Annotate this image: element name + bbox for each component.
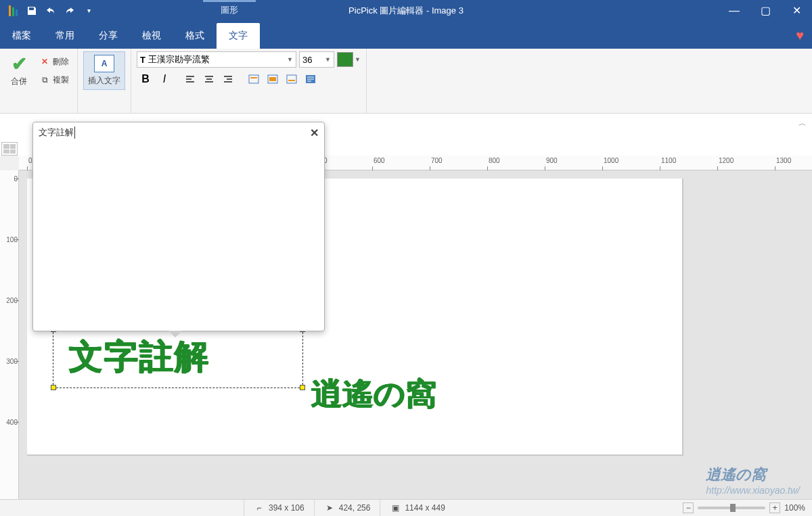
svg-rect-3 — [269, 77, 276, 81]
group-font: T 王漢宗勘亭流繁 ▼ 36 ▼ ▼ B I — [131, 49, 367, 113]
maximize-button[interactable]: ▢ — [750, 0, 781, 21]
thumbnail-grid-icon[interactable] — [1, 142, 18, 156]
zoom-thumb[interactable] — [730, 504, 736, 512]
group-actions: ✔ 合併 ✕ 刪除 ⧉ 複製 — [0, 49, 78, 113]
window-controls: — ▢ ✕ — [719, 0, 812, 21]
image-size-icon: ▣ — [390, 502, 401, 513]
zoom-controls: − + 100% — [683, 502, 812, 513]
text-box-style-2[interactable] — [264, 70, 281, 88]
vertical-ruler: 0100200300400 — [0, 170, 19, 499]
font-color-swatch[interactable] — [337, 52, 353, 67]
status-image-size: ▣ 1144 x 449 — [380, 500, 454, 516]
tab-format[interactable]: 格式 — [173, 23, 217, 49]
text-input-popup: 文字註解 ✕ — [32, 122, 325, 331]
svg-rect-4 — [287, 75, 296, 83]
italic-button[interactable]: I — [156, 70, 173, 88]
align-center-button[interactable] — [200, 70, 218, 88]
svg-rect-0 — [249, 75, 258, 83]
minimize-button[interactable]: — — [719, 0, 750, 21]
insert-text-icon: A — [94, 55, 114, 72]
check-icon: ✔ — [9, 54, 28, 73]
statusbar: ⌐ 394 x 106 ➤ 424, 256 ▣ 1144 x 449 − + … — [0, 499, 812, 516]
titlebar: ▾ 圖形 PicPick 圖片編輯器 - Image 3 — ▢ ✕ — [0, 0, 812, 21]
bold-button[interactable]: B — [137, 70, 154, 88]
chevron-down-icon: ▼ — [287, 56, 293, 63]
zoom-value: 100% — [784, 503, 805, 513]
redo-button[interactable] — [61, 2, 78, 20]
tab-home[interactable]: 常用 — [43, 23, 87, 49]
resize-handle-br[interactable] — [300, 385, 305, 390]
qat-more-button[interactable]: ▾ — [80, 2, 97, 20]
watermark: 逍遙の窩 http://www.xiaoyao.tw/ — [706, 465, 800, 496]
merge-label: 合併 — [11, 76, 27, 87]
align-right-button[interactable] — [219, 70, 237, 88]
svg-rect-1 — [250, 77, 257, 78]
tab-share[interactable]: 分享 — [87, 23, 130, 49]
delete-button[interactable]: ✕ 刪除 — [37, 55, 72, 69]
resize-handle-bl[interactable] — [51, 385, 56, 390]
copy-label: 複製 — [53, 74, 69, 86]
group-insert-text: A 插入文字 — [78, 49, 131, 113]
watermark-url: http://www.xiaoyao.tw/ — [706, 485, 800, 496]
status-spacer — [0, 500, 244, 516]
window-title: PicPick 圖片編輯器 - Image 3 — [348, 5, 464, 17]
ribbon-tabs: 檔案 常用 分享 檢視 格式 文字 ♥ — [0, 21, 812, 49]
heart-icon[interactable]: ♥ — [796, 28, 804, 43]
status-selection-size: ⌐ 394 x 106 — [244, 500, 314, 516]
popup-close-button[interactable]: ✕ — [310, 126, 319, 139]
insert-text-label: 插入文字 — [88, 75, 120, 87]
delete-label: 刪除 — [53, 56, 69, 68]
app-logo[interactable] — [4, 2, 22, 20]
selection-box[interactable] — [53, 329, 303, 388]
canvas-text-watermark[interactable]: 逍遙の窩 — [311, 373, 436, 415]
font-name-value: 王漢宗勘亭流繁 — [148, 53, 210, 66]
text-box-style-4[interactable] — [302, 70, 319, 88]
save-button[interactable] — [23, 2, 41, 20]
status-cursor-pos: ➤ 424, 256 — [314, 500, 380, 516]
align-left-button[interactable] — [181, 70, 199, 88]
tab-file[interactable]: 檔案 — [0, 23, 43, 49]
cursor-icon: ➤ — [324, 502, 335, 513]
thumbnail-strip — [0, 141, 19, 157]
merge-button[interactable]: ✔ 合併 — [5, 51, 32, 90]
zoom-out-button[interactable]: − — [683, 502, 694, 513]
chevron-down-icon: ▼ — [325, 56, 331, 63]
tab-view[interactable]: 檢視 — [130, 23, 173, 49]
ribbon: ✔ 合併 ✕ 刪除 ⧉ 複製 A 插入文字 T 王漢宗勘 — [0, 49, 812, 114]
font-size-value: 36 — [302, 55, 312, 65]
popup-text-input[interactable]: 文字註解 — [39, 126, 75, 139]
svg-rect-5 — [288, 80, 295, 81]
zoom-slider[interactable] — [698, 507, 765, 509]
zoom-in-button[interactable]: + — [769, 502, 780, 513]
undo-button[interactable] — [42, 2, 60, 20]
text-box-style-3[interactable] — [283, 70, 300, 88]
copy-icon: ⧉ — [39, 74, 50, 85]
quick-access-toolbar: ▾ — [0, 2, 97, 20]
text-box-style-1[interactable] — [245, 70, 263, 88]
delete-icon: ✕ — [39, 56, 50, 67]
tab-text[interactable]: 文字 — [217, 23, 260, 49]
chevron-down-icon[interactable]: ▼ — [355, 56, 361, 63]
context-tab-shape: 圖形 — [203, 0, 256, 21]
selection-size-icon: ⌐ — [254, 502, 265, 513]
copy-button[interactable]: ⧉ 複製 — [37, 73, 72, 87]
font-name-dropdown[interactable]: T 王漢宗勘亭流繁 ▼ — [137, 51, 296, 68]
collapse-ribbon-button[interactable]: ︿ — [798, 118, 807, 129]
insert-text-button[interactable]: A 插入文字 — [83, 51, 125, 90]
font-size-dropdown[interactable]: 36 ▼ — [299, 51, 334, 68]
close-button[interactable]: ✕ — [781, 0, 812, 21]
watermark-title: 逍遙の窩 — [706, 465, 800, 485]
